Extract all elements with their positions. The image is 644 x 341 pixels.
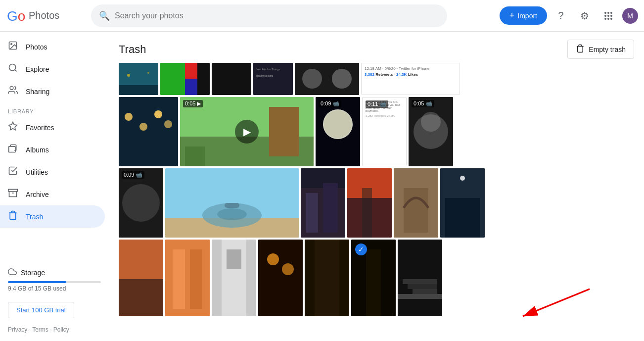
photo-cell[interactable] [160, 63, 210, 95]
privacy-link[interactable]: Privacy [8, 326, 27, 333]
photo-cell[interactable] [212, 63, 251, 95]
svg-point-12 [147, 72, 149, 74]
logo: Google Photos [6, 6, 85, 26]
svg-rect-72 [398, 240, 442, 316]
video-duration-badge: 0:11 📹 [366, 100, 388, 108]
photo-cell[interactable] [440, 168, 485, 238]
photo-cell[interactable]: She doesn't like you bro. She just likes… [362, 97, 407, 166]
storage-bar-bg [8, 281, 101, 283]
svg-point-2 [11, 44, 12, 45]
sidebar-label-utilities: Utilities [26, 168, 48, 176]
gear-icon: ⚙ [580, 10, 589, 22]
svg-rect-64 [227, 249, 241, 269]
sidebar-item-trash[interactable]: Trash [0, 205, 105, 228]
sidebar-label-explore: Explore [26, 65, 49, 73]
help-button[interactable]: ? [551, 6, 571, 26]
sidebar-item-albums[interactable]: Albums [0, 139, 105, 161]
search-input[interactable] [115, 11, 439, 20]
albums-icon [8, 144, 18, 156]
photo-cell[interactable] [347, 168, 392, 238]
svg-text:@quinnscicluna: @quinnscicluna [256, 74, 274, 77]
empty-trash-button[interactable]: Empty trash [567, 40, 634, 59]
photo-row-3: 0:09 📹 [119, 168, 634, 238]
trash-icon [8, 210, 18, 223]
photo-row-4: ✓ [119, 240, 634, 316]
main: Photos Explore Sharing LIBRARY Favorites [0, 32, 644, 341]
photo-cell[interactable]: 0:09 📹 [119, 168, 163, 238]
svg-rect-13 [160, 63, 185, 95]
svg-point-3 [9, 64, 16, 71]
svg-point-22 [332, 69, 352, 89]
photo-cell[interactable]: ✓ [351, 240, 396, 316]
photo-cell[interactable]: Just Himbo Things@quinnscicluna [253, 63, 293, 95]
svg-text:Google: Google [7, 8, 26, 24]
header-actions: + Import ? ⚙ M [500, 6, 638, 26]
photo-cell[interactable]: 0:09 📹 [316, 97, 360, 166]
svg-rect-14 [185, 63, 197, 79]
page-title: Trash [119, 43, 146, 56]
storage-bar-fill [8, 281, 66, 283]
tweet-stats: 3,382 Retweets 24.3K Likes [365, 72, 457, 77]
photo-cell[interactable] [301, 168, 345, 238]
policy-link[interactable]: Policy [53, 326, 69, 333]
svg-rect-58 [119, 279, 163, 316]
apps-grid-icon [604, 12, 612, 20]
svg-rect-15 [185, 79, 197, 95]
photo-cell[interactable] [165, 168, 299, 238]
storage-label: Storage [21, 269, 45, 277]
photo-cell[interactable]: 0:05 ▶ ▶ [180, 97, 314, 166]
apps-button[interactable] [598, 6, 618, 26]
search-icon: 🔍 [99, 10, 110, 21]
start-trial-button[interactable]: Start 100 GB trial [8, 302, 74, 318]
sidebar-item-utilities[interactable]: Utilities [0, 161, 105, 183]
photo-cell[interactable] [305, 240, 349, 316]
svg-point-67 [282, 263, 294, 275]
svg-rect-56 [445, 198, 480, 238]
photo-cell[interactable]: 12:18 AM · 5/6/20 · Twitter for iPhone 3… [361, 63, 460, 95]
import-label: Import [517, 12, 537, 20]
sidebar-item-explore[interactable]: Explore [0, 58, 105, 80]
photo-cell[interactable]: 0:05 📹 [409, 97, 453, 166]
import-plus-icon: + [509, 10, 515, 21]
svg-rect-73 [403, 279, 437, 284]
sidebar-label-trash: Trash [26, 213, 43, 221]
sidebar-item-sharing[interactable]: Sharing [0, 80, 105, 102]
svg-rect-44 [225, 203, 239, 208]
svg-point-4 [10, 87, 13, 90]
svg-marker-5 [9, 122, 17, 130]
svg-rect-6 [9, 146, 15, 152]
sidebar-item-archive[interactable]: Archive [0, 183, 105, 205]
tweet-header: 12:18 AM · 5/6/20 · Twitter for iPhone [365, 66, 457, 71]
search-bar[interactable]: 🔍 [91, 4, 447, 27]
play-icon: ▶ [235, 120, 259, 144]
svg-rect-61 [190, 249, 202, 309]
svg-text:Just Himbo Things: Just Himbo Things [256, 68, 280, 71]
sharing-icon [8, 85, 18, 97]
sidebar-item-favorites[interactable]: Favorites [0, 116, 105, 139]
avatar[interactable]: M [622, 8, 638, 24]
photo-cell[interactable] [119, 240, 163, 316]
favorites-icon [8, 121, 18, 134]
import-button[interactable]: + Import [500, 6, 547, 25]
svg-rect-23 [119, 97, 178, 166]
sidebar: Photos Explore Sharing LIBRARY Favorites [0, 32, 109, 341]
photo-cell[interactable] [119, 63, 158, 95]
photo-cell[interactable] [295, 63, 359, 95]
photo-cell[interactable] [394, 168, 438, 238]
svg-point-43 [217, 208, 247, 220]
sidebar-item-photos[interactable]: Photos [0, 36, 105, 58]
photo-cell[interactable] [258, 240, 303, 316]
terms-link[interactable]: Terms [32, 326, 48, 333]
svg-rect-74 [408, 284, 437, 289]
library-section-label: LIBRARY [0, 102, 109, 116]
sidebar-label-photos: Photos [26, 43, 47, 51]
settings-button[interactable]: ⚙ [575, 6, 595, 26]
photo-cell[interactable] [119, 97, 178, 166]
storage-section: Storage 9.4 GB of 15 GB used [0, 261, 109, 298]
svg-rect-53 [404, 188, 428, 233]
photo-cell[interactable] [212, 240, 256, 316]
photo-cell[interactable] [165, 240, 210, 316]
photo-cell[interactable] [398, 240, 442, 316]
photos-icon [8, 41, 18, 53]
svg-rect-69 [315, 240, 339, 316]
